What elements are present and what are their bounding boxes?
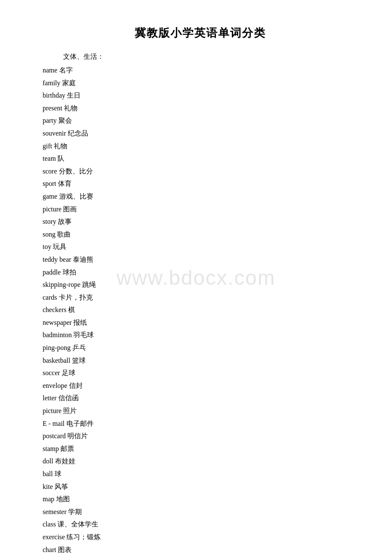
list-item: badminton 羽毛球 xyxy=(43,329,358,341)
list-item: checkers 棋 xyxy=(43,304,358,316)
list-item: newspaper 报纸 xyxy=(43,316,358,329)
list-item: teddy bear 泰迪熊 xyxy=(43,253,358,266)
list-item: basketball 篮球 xyxy=(43,354,358,367)
list-item: picture 图画 xyxy=(43,203,358,216)
list-item: family 家庭 xyxy=(43,77,358,90)
list-item: birthday 生日 xyxy=(43,89,358,102)
list-item: map 地图 xyxy=(43,493,358,506)
list-item: story 故事 xyxy=(43,215,358,228)
list-item: doll 布娃娃 xyxy=(43,455,358,468)
list-item: skipping-rope 跳绳 xyxy=(43,278,358,291)
list-item: ball 球 xyxy=(43,468,358,480)
list-item: letter 信信函 xyxy=(43,392,358,405)
list-item: cards 卡片，扑克 xyxy=(43,291,358,304)
page-title: 冀教版小学英语单词分类 xyxy=(43,26,358,40)
list-item: exercise 练习；锻炼 xyxy=(43,531,358,543)
list-item: semester 学期 xyxy=(43,506,358,518)
list-item: paddle 球拍 xyxy=(43,266,358,279)
list-item: song 歌曲 xyxy=(43,228,358,241)
list-item: postcard 明信片 xyxy=(43,430,358,442)
list-item: souvenir 纪念品 xyxy=(43,127,358,140)
list-item: envelope 信封 xyxy=(43,379,358,392)
list-item: toy 玩具 xyxy=(43,240,358,253)
list-item: chart 图表 xyxy=(43,543,358,555)
list-item: ping-pong 乒乓 xyxy=(43,341,358,354)
list-item: party 聚会 xyxy=(43,114,358,127)
list-item: game 游戏、比赛 xyxy=(43,190,358,203)
list-item: score 分数、比分 xyxy=(43,165,358,178)
list-item: sport 体育 xyxy=(43,177,358,190)
list-item: team 队 xyxy=(43,152,358,165)
list-item: kite 风筝 xyxy=(43,480,358,493)
word-list: name 名字family 家庭birthday 生日present 礼物par… xyxy=(43,64,358,555)
list-item: present 礼物 xyxy=(43,102,358,115)
section-header: 文体、生活： xyxy=(43,52,358,61)
list-item: name 名字 xyxy=(43,64,358,77)
list-item: picture 照片 xyxy=(43,405,358,417)
list-item: stamp 邮票 xyxy=(43,442,358,455)
list-item: class 课、全体学生 xyxy=(43,518,358,531)
list-item: gift 礼物 xyxy=(43,140,358,153)
list-item: soccer 足球 xyxy=(43,367,358,379)
list-item: E - mail 电子邮件 xyxy=(43,417,358,430)
